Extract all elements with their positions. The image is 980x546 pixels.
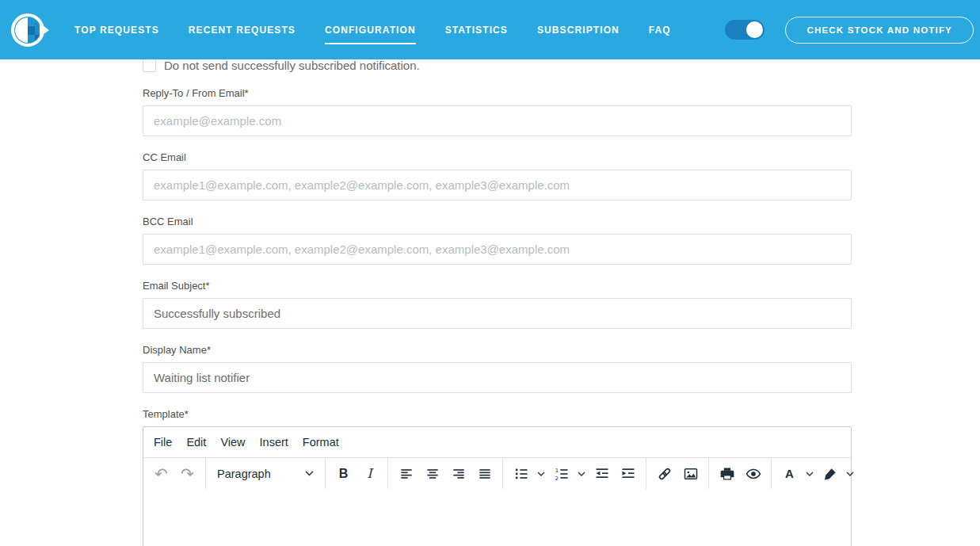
align-right-icon — [451, 466, 467, 482]
background-color-options-button[interactable] — [843, 463, 857, 485]
text-color-icon: A — [785, 467, 794, 480]
menu-edit[interactable]: Edit — [179, 432, 213, 452]
email-subject-label: Email Subject* — [143, 280, 852, 292]
display-name-label: Display Name* — [143, 344, 852, 356]
history-group: ↶ ↷ — [143, 458, 206, 489]
indent-icon — [620, 466, 636, 482]
bold-icon: B — [339, 467, 349, 481]
field-reply-to-email: Reply-To / From Email* — [143, 87, 852, 136]
reply-to-email-label: Reply-To / From Email* — [143, 87, 852, 99]
print-icon — [719, 466, 735, 482]
do-not-send-checkbox-label: Do not send successfully subscribed noti… — [164, 59, 420, 72]
align-justify-icon — [477, 466, 493, 482]
do-not-send-checkbox[interactable] — [143, 59, 156, 72]
bold-button[interactable]: B — [330, 463, 357, 485]
cc-email-input[interactable] — [143, 170, 852, 200]
list-indent-group: 12 — [503, 458, 646, 489]
align-justify-button[interactable] — [471, 463, 498, 485]
editor-toolbar: ↶ ↷ Paragraph — [143, 458, 851, 489]
align-left-icon — [398, 466, 414, 482]
template-label: Template* — [143, 408, 852, 420]
font-style-group: B I — [326, 458, 388, 489]
bullet-list-options-button[interactable] — [534, 463, 548, 485]
preview-eye-icon — [745, 466, 762, 482]
chevron-down-icon — [806, 472, 814, 476]
insert-group — [646, 458, 709, 489]
nav-label: TOP REQUESTS — [74, 25, 159, 36]
numbered-list-icon: 12 — [554, 466, 570, 482]
toggle-knob — [746, 21, 763, 38]
bullet-list-button[interactable] — [508, 463, 534, 485]
field-email-subject: Email Subject* — [143, 280, 852, 329]
nav-label: CONFIGURATION — [325, 25, 416, 36]
chevron-down-icon — [305, 471, 314, 476]
undo-icon: ↶ — [154, 466, 168, 482]
paragraph-style-label: Paragraph — [217, 468, 271, 480]
nav-item-recent-requests[interactable]: RECENT REQUESTS — [189, 25, 296, 36]
nav-item-subscription[interactable]: SUBSCRIPTION — [537, 25, 620, 36]
nav-item-faq[interactable]: FAQ — [649, 25, 671, 36]
image-icon — [683, 466, 699, 482]
nav-label: SUBSCRIPTION — [537, 25, 620, 36]
subscribed-email-form: Reply-To / From Email* CC Email BCC Emai… — [143, 87, 852, 546]
svg-text:2: 2 — [555, 475, 558, 481]
outdent-icon — [594, 466, 610, 482]
color-group: A — [772, 458, 862, 489]
app-window: TOP REQUESTS RECENT REQUESTS CONFIGURATI… — [0, 0, 980, 546]
background-color-button[interactable] — [817, 463, 843, 485]
block-format-group: Paragraph — [206, 458, 326, 489]
print-button[interactable] — [714, 463, 740, 485]
indent-button[interactable] — [615, 463, 641, 485]
menu-file[interactable]: File — [147, 432, 179, 452]
display-name-input[interactable] — [143, 362, 852, 393]
reply-to-email-input[interactable] — [143, 105, 852, 136]
nav-label: FAQ — [649, 25, 671, 36]
menu-insert[interactable]: Insert — [253, 432, 296, 452]
paragraph-style-dropdown[interactable]: Paragraph — [211, 463, 320, 485]
bcc-email-label: BCC Email — [143, 216, 852, 227]
link-icon — [657, 466, 673, 482]
undo-button[interactable]: ↶ — [148, 463, 174, 485]
nav-label: RECENT REQUESTS — [189, 25, 296, 36]
redo-button[interactable]: ↷ — [174, 463, 200, 485]
italic-button[interactable]: I — [357, 463, 383, 485]
insert-link-button[interactable] — [651, 463, 677, 485]
align-center-button[interactable] — [419, 463, 445, 485]
editor-menubar: File Edit View Insert Format — [143, 427, 851, 458]
numbered-list-button[interactable]: 12 — [548, 463, 574, 485]
email-subject-input[interactable] — [143, 298, 852, 329]
enable-toggle-switch[interactable] — [725, 20, 765, 40]
insert-image-button[interactable] — [677, 463, 704, 485]
menu-view[interactable]: View — [213, 432, 252, 452]
redo-icon: ↷ — [181, 466, 194, 482]
preview-button[interactable] — [740, 463, 766, 485]
menu-format[interactable]: Format — [296, 432, 346, 452]
nav-item-configuration[interactable]: CONFIGURATION — [325, 25, 416, 36]
output-group — [709, 458, 772, 489]
field-template: Template* File Edit View Insert Format ↶ — [143, 408, 852, 546]
align-left-button[interactable] — [393, 463, 419, 485]
app-logo-eye-icon[interactable] — [6, 8, 51, 52]
active-nav-underline — [325, 43, 416, 44]
top-navigation-bar: TOP REQUESTS RECENT REQUESTS CONFIGURATI… — [0, 0, 980, 59]
check-stock-and-notify-button[interactable]: CHECK STOCK AND NOTIFY — [785, 17, 974, 44]
outdent-button[interactable] — [589, 463, 615, 485]
text-color-button[interactable]: A — [776, 463, 803, 485]
field-display-name: Display Name* — [143, 344, 852, 393]
nav-item-top-requests[interactable]: TOP REQUESTS — [74, 25, 159, 36]
rich-text-editor: File Edit View Insert Format ↶ ↷ — [143, 426, 852, 546]
do-not-send-checkbox-row: Do not send successfully subscribed noti… — [143, 59, 852, 72]
cc-email-label: CC Email — [143, 151, 852, 163]
chevron-down-icon — [578, 472, 585, 476]
text-color-options-button[interactable] — [803, 463, 817, 485]
numbered-list-options-button[interactable] — [574, 463, 589, 485]
nav-item-statistics[interactable]: STATISTICS — [445, 25, 508, 36]
svg-text:1: 1 — [555, 467, 558, 473]
main-nav: TOP REQUESTS RECENT REQUESTS CONFIGURATI… — [74, 25, 700, 36]
field-cc-email: CC Email — [143, 151, 852, 200]
bcc-email-input[interactable] — [143, 234, 852, 265]
field-bcc-email: BCC Email — [143, 216, 852, 265]
highlight-pen-icon — [822, 466, 838, 482]
align-right-button[interactable] — [445, 463, 471, 485]
align-center-icon — [425, 466, 440, 482]
